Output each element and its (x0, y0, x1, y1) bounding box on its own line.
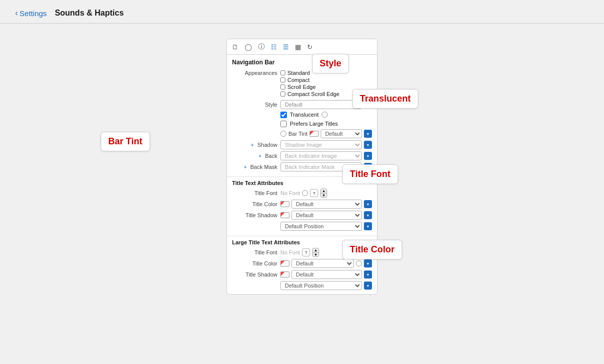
back-label: Back (265, 153, 277, 159)
back-mask-plus[interactable]: + (242, 164, 248, 170)
large-title-font-stepper-down[interactable]: ▼ (313, 253, 319, 257)
scroll-edge-label: Scroll Edge (287, 84, 316, 90)
shadow-stepper[interactable] (364, 141, 372, 149)
title-font-callout: Title Font (342, 164, 398, 184)
title-color-stepper[interactable] (364, 200, 372, 208)
title-font-row: Title Font No Font T ▲ ▼ (232, 188, 372, 199)
large-title-color-row: Title Color Default (232, 258, 372, 269)
page-title: Sounds & Haptics (55, 9, 124, 18)
main-content: 🗋 ◯ ⓘ ☷ ☰ ▦ ↻ Navigation Bar Appearances… (0, 24, 604, 364)
back-control: Back Indicator Image (280, 151, 372, 160)
help-icon[interactable]: ⓘ (258, 42, 265, 51)
title-font-label: Title Font (232, 190, 277, 196)
title-color-row: Title Color Default (232, 199, 372, 210)
bar-tint-select[interactable]: Default (321, 129, 362, 138)
back-chevron-icon: ‹ (15, 8, 18, 18)
refresh-icon[interactable]: ↻ (307, 43, 313, 51)
title-shadow-stepper[interactable] (364, 211, 372, 219)
title-color-callout: Title Color (342, 240, 402, 259)
large-title-font-stepper[interactable]: ▲ ▼ (312, 248, 319, 257)
app-header: ‹ Settings Sounds & Haptics (0, 0, 604, 24)
compact-label: Compact (287, 77, 310, 83)
translucent-callout: Translucent (352, 89, 418, 109)
large-title-color-toggle[interactable] (356, 260, 362, 266)
compact-scroll-edge-label: Compact Scroll Edge (287, 91, 339, 97)
bar-tint-row: Bar Tint Default (232, 128, 372, 139)
title-color-select[interactable]: Default (291, 200, 362, 209)
title-color-label: Title Color (232, 201, 277, 207)
toolbar: 🗋 ◯ ⓘ ☷ ☰ ▦ ↻ (227, 39, 377, 55)
large-title-shadow-row: Title Shadow Default (232, 269, 372, 280)
back-button[interactable]: ‹ Settings (15, 8, 47, 18)
back-label[interactable]: Settings (20, 9, 47, 18)
translucent-checkbox[interactable] (280, 112, 287, 118)
title-shadow-select[interactable]: Default (291, 211, 362, 220)
back-select[interactable]: Back Indicator Image (280, 151, 362, 160)
shadow-select[interactable]: Shadow Image (280, 140, 362, 149)
chart-icon[interactable]: ▦ (295, 43, 301, 51)
title-color-control: Default (280, 200, 372, 209)
style-select[interactable]: Default (280, 100, 362, 109)
standard-checkbox[interactable] (280, 70, 285, 75)
translucent-row: Translucent (232, 110, 372, 119)
large-title-color-swatch[interactable] (280, 260, 289, 266)
compact-row: Compact (280, 77, 339, 83)
title-text-attrs-section: Title Font No Font T ▲ ▼ Title Color (227, 188, 377, 235)
bar-tint-control: Bar Tint Default (280, 129, 372, 138)
shadow-label: Shadow (257, 142, 277, 148)
large-title-font-label: Title Font (232, 249, 277, 255)
title-font-toggle[interactable] (302, 190, 308, 196)
appearances-row: Appearances Standard Compact Scroll Edge (232, 68, 372, 99)
title-font-no-font: No Font (280, 190, 300, 196)
compact-scroll-edge-checkbox[interactable] (280, 92, 285, 97)
title-position-control: Default Position (280, 222, 372, 231)
large-title-font-icon[interactable]: T (302, 248, 310, 256)
shadow-plus[interactable]: + (249, 142, 255, 148)
large-title-font-no-font: No Font (280, 249, 300, 255)
bar-tint-stepper[interactable] (364, 130, 372, 138)
nav-bar-section-label: Navigation Bar (227, 55, 377, 68)
title-shadow-row: Title Shadow Default (232, 210, 372, 221)
clock-icon[interactable]: ◯ (245, 43, 252, 51)
style-row: Style Default (232, 99, 372, 110)
title-font-icon[interactable]: T (310, 189, 318, 197)
title-position-stepper[interactable] (364, 222, 372, 230)
scroll-edge-checkbox[interactable] (280, 84, 285, 89)
translucent-label: Translucent (290, 112, 319, 118)
appearances-section: Appearances Standard Compact Scroll Edge (227, 68, 377, 175)
title-shadow-swatch[interactable] (280, 212, 289, 218)
large-title-font-stepper-up[interactable]: ▲ (313, 248, 319, 253)
large-title-color-stepper[interactable] (364, 259, 372, 267)
bar-tint-callout: Bar Tint (101, 132, 150, 151)
large-title-shadow-swatch[interactable] (280, 271, 289, 278)
back-row: + Back Back Indicator Image (232, 150, 372, 161)
large-title-position-stepper[interactable] (364, 282, 372, 290)
list-icon[interactable]: ☰ (283, 43, 289, 51)
title-position-row: Default Position (232, 221, 372, 232)
title-shadow-control: Default (280, 211, 372, 220)
grid-icon[interactable]: ☷ (271, 43, 277, 51)
file-icon[interactable]: 🗋 (232, 43, 239, 51)
translucent-toggle-circle[interactable] (322, 112, 328, 118)
large-title-shadow-stepper[interactable] (364, 270, 372, 279)
compact-checkbox[interactable] (280, 77, 285, 82)
large-titles-checkbox[interactable] (280, 121, 287, 127)
title-font-stepper[interactable]: ▲ ▼ (320, 189, 327, 198)
title-font-stepper-up[interactable]: ▲ (321, 189, 327, 194)
large-title-position-select[interactable]: Default Position (280, 281, 362, 290)
bar-tint-toggle[interactable] (280, 131, 286, 137)
large-titles-row: Prefers Large Titles (232, 119, 372, 128)
title-position-select[interactable]: Default Position (280, 222, 362, 231)
large-title-position-row: Default Position (232, 280, 372, 291)
back-stepper[interactable] (364, 152, 372, 160)
title-font-control: No Font T ▲ ▼ (280, 189, 372, 198)
back-plus[interactable]: + (257, 153, 263, 159)
large-title-shadow-control: Default (280, 270, 372, 279)
large-title-shadow-select[interactable]: Default (291, 270, 362, 279)
appearances-label: Appearances (232, 69, 277, 76)
large-title-color-select[interactable]: Default (291, 259, 354, 268)
title-font-stepper-down[interactable]: ▼ (321, 194, 327, 198)
bar-tint-swatch[interactable] (310, 131, 319, 137)
standard-label: Standard (287, 70, 310, 76)
title-color-swatch[interactable] (280, 201, 289, 207)
